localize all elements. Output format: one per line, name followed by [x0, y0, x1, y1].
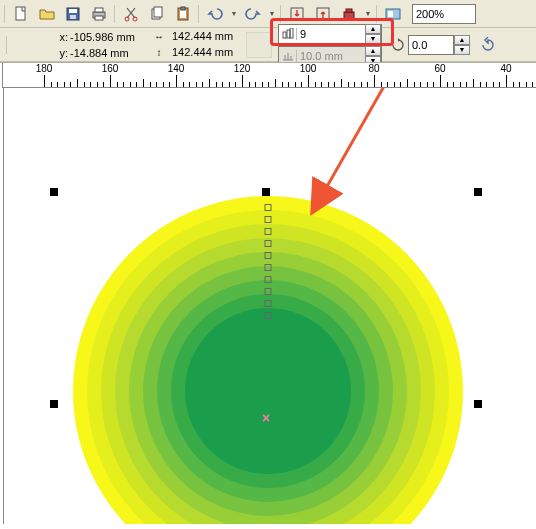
steps-icon — [279, 28, 297, 40]
loop-blend-button[interactable] — [476, 33, 500, 57]
y-position-field[interactable]: -14.884 mm — [70, 47, 146, 59]
paste-button[interactable] — [171, 2, 195, 26]
open-button[interactable] — [35, 2, 59, 26]
ruler-label: 100 — [300, 63, 317, 74]
ruler-tick — [143, 79, 144, 87]
angle-up-button[interactable]: ▲ — [454, 35, 470, 45]
redo-button[interactable] — [241, 2, 265, 26]
undo-dropdown[interactable]: ▼ — [229, 2, 239, 26]
ruler-tick — [348, 82, 349, 87]
blend-direction-group: 0.0 ▲ ▼ — [390, 35, 470, 55]
steps-up-button[interactable]: ▲ — [365, 24, 381, 34]
offset-up-button[interactable]: ▲ — [365, 46, 381, 56]
ruler-tick — [156, 82, 157, 87]
angle-down-button[interactable]: ▼ — [454, 45, 470, 55]
ruler-tick — [301, 82, 302, 87]
ruler-tick — [216, 82, 217, 87]
ruler-tick — [473, 79, 474, 87]
blend-node[interactable] — [265, 228, 272, 235]
ruler-tick — [341, 79, 342, 87]
ruler-tick — [196, 82, 197, 87]
ruler-tick — [466, 82, 467, 87]
ruler-tick — [374, 75, 375, 87]
ruler-label: 140 — [168, 63, 185, 74]
ruler-tick — [460, 82, 461, 87]
ruler-tick — [288, 82, 289, 87]
welcome-button[interactable] — [381, 2, 405, 26]
ruler-tick — [242, 75, 243, 87]
ruler-tick — [117, 82, 118, 87]
ruler-tick — [64, 82, 65, 87]
selection-handle[interactable] — [474, 400, 482, 408]
undo-button[interactable] — [203, 2, 227, 26]
ruler-tick — [519, 82, 520, 87]
svg-rect-12 — [180, 10, 186, 18]
blend-controls: 9 ▲ ▼ 10.0 mm ▲ ▼ — [278, 24, 382, 66]
vertical-ruler-edge[interactable] — [0, 88, 4, 524]
svg-rect-5 — [95, 8, 103, 12]
blend-node[interactable] — [265, 240, 272, 247]
horizontal-ruler[interactable]: 180160140120100806040 — [0, 62, 536, 88]
disabled-tool-button — [246, 32, 272, 58]
ruler-tick — [84, 82, 85, 87]
blend-angle-field[interactable]: 0.0 — [408, 35, 454, 55]
svg-rect-19 — [388, 11, 393, 17]
blend-node[interactable] — [265, 312, 272, 319]
app-launcher-button[interactable] — [337, 2, 361, 26]
ruler-origin[interactable] — [0, 63, 3, 89]
ruler-tick — [209, 79, 210, 87]
selection-handle[interactable] — [262, 188, 270, 196]
ruler-tick — [189, 82, 190, 87]
ruler-tick — [513, 82, 514, 87]
svg-rect-3 — [70, 15, 76, 19]
selection-handle[interactable] — [50, 188, 58, 196]
blend-step[interactable] — [185, 308, 351, 474]
export-button[interactable] — [311, 2, 335, 26]
svg-line-23 — [325, 88, 400, 190]
zoom-level-input[interactable]: 200% — [412, 4, 476, 24]
ruler-tick — [328, 82, 329, 87]
blend-node[interactable] — [265, 204, 272, 211]
app-launcher-dropdown[interactable]: ▼ — [363, 2, 373, 26]
toolbar-grip — [4, 34, 10, 56]
copy-button[interactable] — [145, 2, 169, 26]
canvas[interactable]: × — [0, 88, 536, 524]
import-button[interactable] — [285, 2, 309, 26]
blend-node[interactable] — [265, 264, 272, 271]
blend-node[interactable] — [265, 288, 272, 295]
ruler-tick — [110, 75, 111, 87]
ruler-tick — [367, 82, 368, 87]
ruler-label: 160 — [102, 63, 119, 74]
blend-node[interactable] — [265, 216, 272, 223]
width-field[interactable]: 142.444 mm — [172, 30, 240, 44]
x-position-field[interactable]: -105.986 mm — [70, 31, 146, 43]
blend-node[interactable] — [265, 300, 272, 307]
toolbar-separator — [196, 3, 202, 25]
ruler-tick — [255, 82, 256, 87]
ruler-tick — [354, 82, 355, 87]
y-label: y: — [54, 47, 68, 59]
ruler-tick — [44, 75, 45, 87]
ruler-tick — [321, 82, 322, 87]
save-button[interactable] — [61, 2, 85, 26]
blend-node[interactable] — [265, 276, 272, 283]
selection-handle[interactable] — [50, 400, 58, 408]
steps-down-button[interactable]: ▼ — [365, 34, 381, 44]
ruler-tick — [295, 82, 296, 87]
new-button[interactable] — [9, 2, 33, 26]
cut-button[interactable] — [119, 2, 143, 26]
ruler-tick — [334, 82, 335, 87]
ruler-label: 40 — [500, 63, 511, 74]
selection-handle[interactable] — [474, 188, 482, 196]
height-field[interactable]: 142.444 mm — [172, 46, 240, 60]
ruler-label: 60 — [434, 63, 445, 74]
ruler-tick — [176, 75, 177, 87]
svg-rect-13 — [181, 7, 185, 10]
redo-dropdown[interactable]: ▼ — [267, 2, 277, 26]
x-label: x: — [54, 31, 68, 43]
svg-rect-22 — [290, 28, 293, 38]
ruler-tick — [130, 82, 131, 87]
print-button[interactable] — [87, 2, 111, 26]
blend-steps-spinner[interactable]: 9 ▲ ▼ — [278, 24, 382, 44]
blend-node[interactable] — [265, 252, 272, 259]
